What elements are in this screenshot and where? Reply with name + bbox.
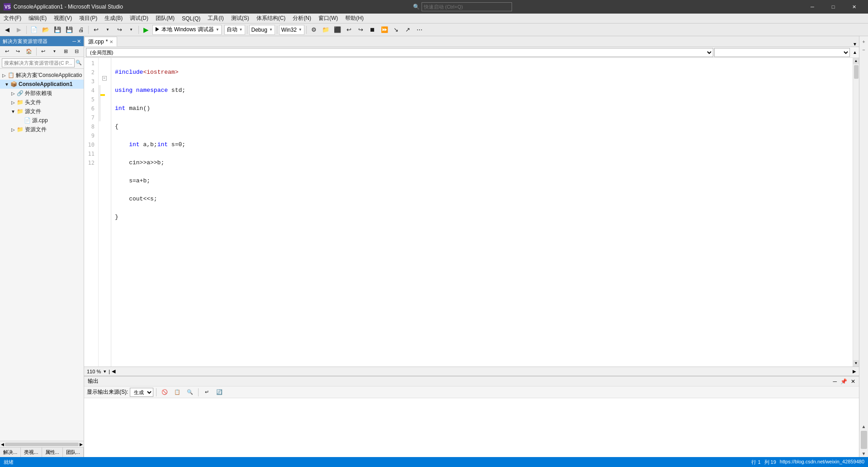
tb-extra5[interactable]: ↪ bbox=[356, 25, 366, 35]
sidebar-dropdown[interactable]: ▼ bbox=[49, 47, 60, 57]
output-refresh-btn[interactable]: 🔄 bbox=[214, 387, 225, 397]
menu-file[interactable]: 文件(F) bbox=[0, 14, 25, 24]
print-button[interactable]: 🖨 bbox=[76, 25, 86, 35]
tb-extra2[interactable]: 📁 bbox=[320, 25, 331, 35]
menu-build[interactable]: 生成(B) bbox=[101, 14, 126, 24]
sidebar-tab-solution[interactable]: 解决... bbox=[0, 448, 21, 457]
hscroll-right-icon[interactable]: ▶ bbox=[80, 442, 83, 447]
tab-close-icon[interactable]: ✕ bbox=[109, 39, 113, 44]
sidebar-search-input[interactable] bbox=[2, 58, 75, 67]
platform-dropdown[interactable]: Win32 ▼ bbox=[279, 25, 304, 35]
forward-button[interactable]: ▶ bbox=[14, 25, 24, 35]
output-pin2-icon[interactable]: 📌 bbox=[840, 378, 847, 385]
debug-dropdown[interactable]: Debug ▼ bbox=[249, 25, 275, 35]
quick-launch[interactable]: 🔍 bbox=[413, 2, 512, 11]
sidebar-tb5[interactable]: ⊞ bbox=[61, 47, 71, 57]
tb-extra1[interactable]: ⚙ bbox=[308, 25, 319, 35]
sidebar-tb1[interactable]: ↩ bbox=[2, 47, 12, 57]
solution-node[interactable]: ▷ 📋 解决方案'ConsoleApplicatio bbox=[0, 71, 84, 80]
run-button[interactable]: ▶ bbox=[141, 25, 152, 35]
sidebar-tb3[interactable]: 🏠 bbox=[24, 47, 34, 57]
external-deps-node[interactable]: ▷ 🔗 外部依赖项 bbox=[0, 89, 84, 98]
sources-expand-icon[interactable]: ▼ bbox=[10, 109, 16, 114]
output-source-select[interactable]: 生成 bbox=[130, 388, 153, 397]
editor-tab-main[interactable]: 源.cpp * ✕ bbox=[84, 37, 117, 47]
project-node[interactable]: ▼ 📦 ConsoleApplication1 bbox=[0, 80, 84, 89]
quick-search-input[interactable] bbox=[422, 2, 512, 11]
scroll-up-btn[interactable]: ▲ bbox=[853, 58, 859, 64]
headers-node[interactable]: ▷ 📁 头文件 bbox=[0, 98, 84, 107]
resources-node[interactable]: ▷ 📁 资源文件 bbox=[0, 125, 84, 134]
external-expand-icon[interactable]: ▷ bbox=[10, 91, 16, 96]
undo-button[interactable]: ↩ bbox=[90, 25, 101, 35]
minimize-button[interactable]: ─ bbox=[802, 0, 823, 14]
new-button[interactable]: 📄 bbox=[28, 25, 39, 35]
config-dropdown[interactable]: 自动 ▼ bbox=[224, 25, 245, 35]
output-clear-btn[interactable]: 🚫 bbox=[159, 387, 170, 397]
menu-edit[interactable]: 编辑(E) bbox=[25, 14, 50, 24]
source-file-node[interactable]: 📄 源.cpp bbox=[0, 116, 84, 125]
output-close-icon[interactable]: ✕ bbox=[851, 378, 855, 385]
project-expand-icon[interactable]: ▼ bbox=[4, 82, 10, 87]
redo-button[interactable]: ↪ bbox=[114, 25, 125, 35]
tb-extra8[interactable]: ↘ bbox=[391, 25, 402, 35]
run-dropdown[interactable]: ▶ 本地 Windows 调试器 ▼ bbox=[152, 25, 222, 35]
nav-scope-select[interactable]: (全局范围) bbox=[86, 48, 713, 57]
sidebar-tab-team[interactable]: 团队... bbox=[63, 448, 84, 457]
save-button[interactable]: 💾 bbox=[52, 25, 63, 35]
close-button[interactable]: ✕ bbox=[844, 0, 864, 14]
menu-project[interactable]: 项目(P) bbox=[76, 14, 101, 24]
sidebar-tb6[interactable]: ⊟ bbox=[71, 47, 82, 57]
sidebar-tb4[interactable]: ↩ bbox=[38, 47, 49, 57]
restore-button[interactable]: □ bbox=[823, 0, 844, 14]
nav-scroll-up[interactable]: ▲ bbox=[853, 50, 857, 55]
sidebar-tab-class[interactable]: 类视... bbox=[21, 448, 42, 457]
scroll-down-btn[interactable]: ▼ bbox=[853, 360, 859, 367]
scroll-thumb[interactable] bbox=[854, 65, 859, 79]
collapse-main-icon[interactable]: − bbox=[102, 76, 107, 81]
tb-extra4[interactable]: ↩ bbox=[344, 25, 355, 35]
tb-extra3[interactable]: ⬛ bbox=[332, 25, 343, 35]
sidebar-tab-props[interactable]: 属性... bbox=[42, 448, 63, 457]
tab-scroll-icon[interactable]: ▼ bbox=[853, 42, 857, 47]
hscroll-left-icon[interactable]: ◀ bbox=[1, 442, 4, 447]
menu-arch[interactable]: 体系结构(C) bbox=[253, 14, 289, 24]
right-panel-scroll-thumb[interactable] bbox=[861, 431, 867, 449]
menu-debug[interactable]: 调试(D) bbox=[126, 14, 152, 24]
right-panel-btn1[interactable]: + bbox=[860, 38, 868, 45]
sources-node[interactable]: ▼ 📁 源文件 bbox=[0, 107, 84, 116]
zoom-left-icon[interactable]: ◀ bbox=[112, 368, 115, 374]
tb-extra9[interactable]: ↗ bbox=[403, 25, 413, 35]
tb-extra6[interactable]: ⏹ bbox=[367, 25, 378, 35]
code-content[interactable]: #include<iostream> using namespace std; … bbox=[111, 58, 853, 367]
output-wrap-btn[interactable]: ↵ bbox=[201, 387, 212, 397]
menu-analyze[interactable]: 分析(N) bbox=[289, 14, 315, 24]
solution-expand-icon[interactable]: ▷ bbox=[1, 73, 7, 78]
tb-extra10[interactable]: ⋯ bbox=[414, 25, 425, 35]
menu-team[interactable]: 团队(M) bbox=[152, 14, 178, 24]
tb-extra7[interactable]: ⏩ bbox=[379, 25, 390, 35]
menu-window[interactable]: 窗口(W) bbox=[315, 14, 342, 24]
output-pin-icon[interactable]: ─ bbox=[833, 378, 837, 385]
nav-member-select[interactable] bbox=[714, 48, 850, 57]
right-scrollbar[interactable]: ▲ ▼ bbox=[853, 58, 859, 367]
sidebar-search[interactable]: 🔍 bbox=[0, 57, 84, 69]
zoom-dropdown-icon[interactable]: ▼ bbox=[103, 369, 107, 374]
menu-view[interactable]: 视图(V) bbox=[50, 14, 76, 24]
sidebar-tb2[interactable]: ↪ bbox=[13, 47, 24, 57]
headers-expand-icon[interactable]: ▷ bbox=[10, 100, 16, 105]
menu-test[interactable]: 测试(S) bbox=[228, 14, 253, 24]
undo-dropdown[interactable]: ▼ bbox=[102, 25, 113, 35]
right-panel-scroll-down[interactable]: ▼ bbox=[860, 450, 868, 457]
open-button[interactable]: 📂 bbox=[40, 25, 51, 35]
save-all-button[interactable]: 💾 bbox=[64, 25, 75, 35]
resources-expand-icon[interactable]: ▷ bbox=[10, 127, 16, 132]
sidebar-close-icon[interactable]: ✕ bbox=[77, 38, 81, 44]
back-button[interactable]: ◀ bbox=[2, 25, 13, 35]
right-panel-scroll-up[interactable]: ▲ bbox=[860, 423, 868, 430]
sidebar-pin-icon[interactable]: ─ bbox=[72, 38, 76, 44]
output-find-btn[interactable]: 🔍 bbox=[185, 387, 195, 397]
sidebar-hscroll[interactable]: ◀ ▶ bbox=[0, 441, 84, 447]
menu-sql[interactable]: SQL(Q) bbox=[178, 14, 204, 24]
menu-help[interactable]: 帮助(H) bbox=[342, 14, 367, 24]
